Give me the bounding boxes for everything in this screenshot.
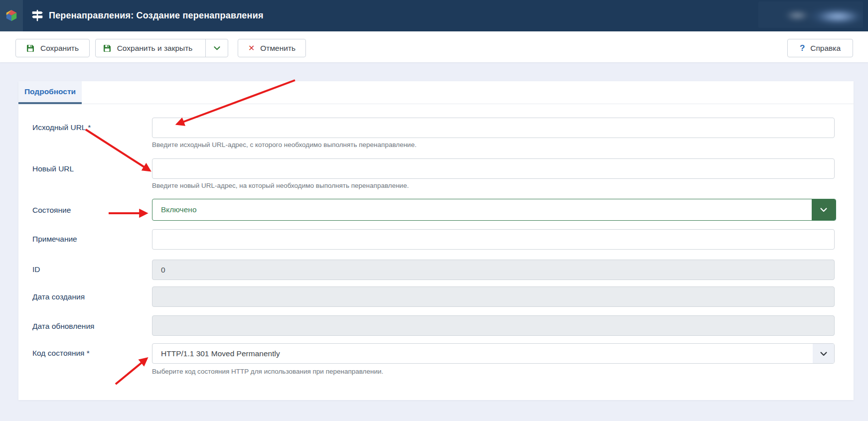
signpost-icon (31, 9, 44, 22)
modified-date-input-disabled (152, 315, 835, 336)
tab-details[interactable]: Подробности (18, 81, 82, 104)
question-mark-icon: ? (800, 44, 805, 52)
status-code-label: Код состояния * (32, 348, 145, 358)
chevron-down-icon (213, 44, 221, 52)
cancel-button[interactable]: ✕ Отменить (238, 39, 306, 57)
note-label: Примечание (32, 234, 145, 244)
save-floppy-icon (26, 44, 35, 52)
status-label: Состояние (32, 205, 145, 215)
help-button[interactable]: ? Справка (787, 39, 853, 57)
app-logo[interactable] (0, 0, 23, 31)
status-code-select-toggle[interactable] (813, 344, 834, 363)
status-code-help: Выберите код состояния HTTP для использо… (152, 368, 383, 376)
save-floppy-icon (103, 44, 112, 52)
new-url-input[interactable] (152, 158, 835, 179)
new-url-label: Новый URL (32, 164, 145, 174)
save-options-dropdown-toggle[interactable] (205, 39, 228, 57)
save-button-label: Сохранить (40, 44, 79, 53)
source-url-input[interactable] (152, 118, 835, 138)
id-label: ID (32, 265, 145, 275)
tab-strip: Подробности (18, 81, 854, 104)
joomla-cube-icon (5, 9, 18, 22)
page-title: Перенаправления: Создание перенаправлени… (49, 0, 264, 31)
cancel-button-label: Отменить (260, 44, 295, 53)
status-code-select-value: HTTP/1.1 301 Moved Permanently (152, 349, 280, 358)
header-bar: Перенаправления: Создание перенаправлени… (0, 0, 868, 31)
status-select[interactable]: Включено (152, 199, 836, 221)
status-code-select[interactable]: HTTP/1.1 301 Moved Permanently (152, 343, 835, 364)
status-select-toggle[interactable] (812, 199, 836, 220)
source-url-help: Введите исходный URL-адрес, с которого н… (152, 141, 417, 149)
new-url-help: Введите новый URL-адрес, на который необ… (152, 182, 409, 190)
tab-details-label: Подробности (24, 87, 76, 96)
save-and-close-button[interactable]: Сохранить и закрыть (96, 39, 200, 57)
help-button-label: Справка (810, 44, 841, 53)
created-date-input-disabled (152, 286, 835, 307)
modified-date-label: Дата обновления (32, 321, 145, 331)
save-button[interactable]: Сохранить (15, 39, 90, 57)
created-date-label: Дата создания (32, 292, 145, 302)
status-select-value: Включено (152, 205, 197, 214)
blurred-user-info (758, 1, 863, 28)
id-input-disabled (152, 260, 835, 280)
chevron-down-icon (819, 349, 828, 358)
user-menu-blurred[interactable] (758, 1, 863, 28)
note-input[interactable] (152, 229, 835, 250)
save-and-close-split-button: Сохранить и закрыть (95, 39, 228, 57)
save-and-close-label: Сохранить и закрыть (117, 44, 193, 53)
cancel-x-icon: ✕ (248, 44, 255, 52)
source-url-label: Исходный URL * (32, 123, 145, 133)
chevron-down-icon (819, 205, 828, 214)
